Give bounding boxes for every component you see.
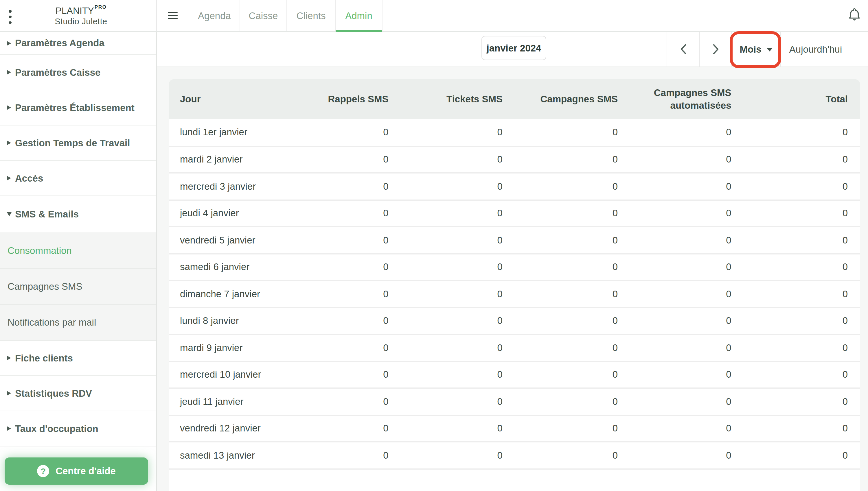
column-header-campagnes-sms: Campagnes SMS [503, 79, 618, 119]
value-cell: 0 [732, 254, 860, 281]
chevron-right-icon [7, 41, 11, 46]
tab-admin[interactable]: Admin [335, 0, 383, 31]
sidebar-item-label: Taux d'occupation [15, 423, 99, 434]
value-cell: 0 [285, 200, 389, 227]
column-header-rappels-sms: Rappels SMS [285, 79, 389, 119]
previous-month-button[interactable] [667, 32, 699, 66]
toolbar-controls: Mois Aujourdh'hui [667, 32, 868, 66]
value-cell: 0 [618, 334, 732, 361]
value-cell: 0 [389, 254, 503, 281]
sidebar-item-fiche-clients[interactable]: Fiche clients [0, 341, 156, 376]
day-cell: samedi 6 janvier [169, 254, 285, 281]
sidebar-item-label: Notifications par mail [7, 317, 96, 328]
table-row: samedi 13 janvier00000 [169, 442, 860, 469]
value-cell: 0 [503, 334, 618, 361]
main-content: janvier 2024 Mois Aujourdh'hui [157, 32, 868, 491]
value-cell: 0 [732, 281, 860, 308]
toolbar-gutter [851, 32, 868, 66]
tab-clients[interactable]: Clients [286, 0, 335, 31]
value-cell: 0 [285, 388, 389, 415]
value-cell: 0 [389, 388, 503, 415]
chevron-right-icon [7, 141, 11, 145]
question-mark-icon: ? [37, 465, 49, 477]
help-center-button[interactable]: ? Centre d'aide [5, 458, 148, 485]
value-cell: 0 [285, 361, 389, 388]
value-cell: 0 [285, 119, 389, 146]
value-cell: 0 [618, 227, 732, 254]
today-button[interactable]: Aujourdh'hui [780, 32, 851, 66]
main-nav-tabs: Agenda Caisse Clients Admin [189, 0, 383, 31]
sidebar-item-label: Paramètres Agenda [15, 37, 105, 49]
table-row: dimanche 7 janvier00000 [169, 281, 860, 308]
hamburger-icon [168, 10, 178, 21]
value-cell: 0 [503, 361, 618, 388]
value-cell: 0 [285, 442, 389, 469]
day-cell: samedi 13 janvier [169, 442, 285, 469]
table-row: mercredi 3 janvier00000 [169, 173, 860, 200]
value-cell: 0 [389, 415, 503, 442]
value-cell: 0 [389, 281, 503, 308]
table-row: lundi 1er janvier00000 [169, 119, 860, 146]
calendar-toolbar: janvier 2024 Mois Aujourdh'hui [157, 32, 868, 67]
sms-consumption-table-card: Jour Rappels SMS Tickets SMS Campagnes S… [169, 79, 860, 491]
value-cell: 0 [503, 388, 618, 415]
value-cell: 0 [503, 442, 618, 469]
sidebar-item-notifications-par-mail[interactable]: Notifications par mail [0, 305, 156, 341]
sidebar-item-campagnes-sms[interactable]: Campagnes SMS [0, 269, 156, 305]
day-cell: lundi 8 janvier [169, 308, 285, 334]
sidebar-item-label: Campagnes SMS [7, 281, 82, 292]
sidebar-item-label: Fiche clients [15, 352, 73, 364]
notifications-button[interactable] [840, 0, 868, 31]
chevron-right-icon [7, 391, 11, 396]
month-selector[interactable]: janvier 2024 [481, 36, 546, 60]
column-header-total: Total [732, 79, 860, 119]
sidebar-item-taux-occupation[interactable]: Taux d'occupation [0, 411, 156, 446]
view-mode-dropdown[interactable]: Mois [731, 32, 780, 66]
sidebar-item-parametres-agenda[interactable]: Paramètres Agenda [0, 32, 156, 55]
value-cell: 0 [732, 146, 860, 173]
value-cell: 0 [732, 388, 860, 415]
sidebar-item-label: Paramètres Caisse [15, 67, 101, 78]
brand-name: PLANITY [55, 6, 94, 16]
sidebar-item-consommation[interactable]: Consommation [0, 233, 156, 269]
hamburger-menu-button[interactable] [157, 0, 189, 31]
sidebar-item-label: Paramètres Établissement [15, 102, 135, 113]
table-row: lundi 8 janvier00000 [169, 308, 860, 334]
value-cell: 0 [285, 308, 389, 334]
sidebar-item-statistiques-rdv[interactable]: Statistiques RDV [0, 376, 156, 411]
tab-caisse[interactable]: Caisse [240, 0, 286, 31]
value-cell: 0 [618, 254, 732, 281]
chevron-right-icon [7, 70, 11, 75]
day-cell: mardi 2 janvier [169, 146, 285, 173]
sidebar-item-gestion-temps-travail[interactable]: Gestion Temps de Travail [0, 125, 156, 161]
value-cell: 0 [618, 415, 732, 442]
sidebar-item-label: SMS & Emails [15, 209, 79, 220]
brand-header: PLANITYPRO Studio Julette [0, 0, 157, 31]
column-header-jour: Jour [169, 79, 285, 119]
day-cell: lundi 1er janvier [169, 119, 285, 146]
sidebar-item-parametres-caisse[interactable]: Paramètres Caisse [0, 55, 156, 90]
value-cell: 0 [389, 146, 503, 173]
value-cell: 0 [618, 146, 732, 173]
column-header-tickets-sms: Tickets SMS [389, 79, 503, 119]
day-cell: vendredi 5 janvier [169, 227, 285, 254]
sms-consumption-table: Jour Rappels SMS Tickets SMS Campagnes S… [169, 79, 860, 469]
sidebar-item-label: Gestion Temps de Travail [15, 137, 130, 148]
value-cell: 0 [503, 308, 618, 334]
table-body: lundi 1er janvier00000mardi 2 janvier000… [169, 119, 860, 469]
day-cell: vendredi 12 janvier [169, 415, 285, 442]
next-month-button[interactable] [699, 32, 731, 66]
tab-agenda[interactable]: Agenda [189, 0, 240, 31]
kebab-menu-icon[interactable] [9, 10, 17, 24]
chevron-right-icon [7, 105, 11, 110]
sidebar-item-acces[interactable]: Accès [0, 161, 156, 196]
sidebar-item-sms-emails[interactable]: SMS & Emails [0, 196, 156, 233]
caret-down-icon [767, 48, 773, 52]
chevron-right-icon [712, 43, 719, 56]
value-cell: 0 [503, 281, 618, 308]
value-cell: 0 [389, 361, 503, 388]
sidebar-item-label: Accès [15, 173, 43, 183]
value-cell: 0 [285, 173, 389, 200]
value-cell: 0 [732, 227, 860, 254]
sidebar-item-parametres-etablissement[interactable]: Paramètres Établissement [0, 90, 156, 125]
